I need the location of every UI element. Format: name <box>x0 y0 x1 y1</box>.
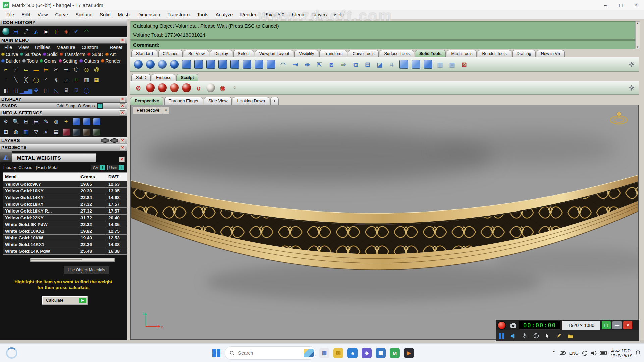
taskbar-edge-icon[interactable]: e <box>347 348 358 358</box>
taskbar-clock[interactable]: ۱۲:۳۰ ب.ظ ۱۴۰۴/۰۹/۱۷ <box>611 348 632 359</box>
menu-analyze[interactable]: Analyze <box>212 12 237 17</box>
metal-row[interactable]: Yellow Gold:10KY20.3013.0511.45 <box>3 188 128 194</box>
metal-row[interactable]: White Gold:10KX119.8212.7511.18 <box>3 228 128 235</box>
main-menu-header[interactable]: MAIN MENU✕ <box>0 37 127 44</box>
window2-icon[interactable] <box>82 117 91 126</box>
projects-close-icon[interactable]: ✕ <box>120 145 125 150</box>
polyline-icon[interactable]: ⋰ <box>11 65 20 74</box>
arc-tool-icon[interactable]: ◠ <box>82 27 91 36</box>
toolbar-tab-render-tools[interactable]: Render Tools <box>478 50 511 57</box>
sculpt-off-icon[interactable]: ⊘ <box>133 82 144 93</box>
sidebar-menu-utilities[interactable]: Utilities <box>32 45 54 50</box>
category-solid[interactable]: Solid <box>43 52 58 57</box>
viewport-tab-through-finger[interactable]: Through Finger <box>164 97 203 105</box>
menu-curve[interactable]: Curve <box>52 12 72 17</box>
metal-row[interactable]: Yellow Gold:22KY31.7220.4017.89 <box>3 215 128 221</box>
window3-icon[interactable] <box>92 117 101 126</box>
reset-button[interactable]: Reset <box>107 45 125 50</box>
toolbar-tab-visibility[interactable]: Visibility <box>294 50 318 57</box>
sphere-icon[interactable] <box>133 59 144 70</box>
category-setting[interactable]: Setting <box>59 58 78 64</box>
grid-array2-icon[interactable]: ▩ <box>447 59 458 70</box>
menu-blend[interactable]: Blend <box>288 12 308 17</box>
report-icon[interactable]: ▤ <box>52 127 61 136</box>
poly-tool-icon[interactable]: ⌐ <box>1 65 10 74</box>
layers-close-icon[interactable]: ✕ <box>120 138 125 143</box>
sculpt-spiral-icon[interactable]: ◉ <box>217 82 228 93</box>
boolean-diff-icon[interactable]: ⊟ <box>362 59 373 70</box>
close-button[interactable]: ✕ <box>629 0 644 10</box>
arc-icon[interactable]: ◜ <box>42 75 51 84</box>
rail-icon[interactable]: ▦ <box>92 75 101 84</box>
array-box-icon[interactable] <box>423 59 433 70</box>
wire-box-icon[interactable] <box>398 59 409 70</box>
sphere-uv-icon[interactable] <box>145 59 156 70</box>
menu-dimension[interactable]: Dimension <box>133 12 164 17</box>
axis-line-icon[interactable]: ⊣ <box>62 65 71 74</box>
search-highlight-thumbnail[interactable] <box>304 349 314 357</box>
toolbar-tab-standard[interactable]: Standard <box>131 50 157 57</box>
snaps-header[interactable]: SNAPS <box>1 103 17 108</box>
extrude-out-icon[interactable]: ⇨ <box>338 59 349 70</box>
layer-eye2-icon[interactable] <box>110 138 118 143</box>
cursor-tool-icon[interactable] <box>542 330 553 341</box>
taskbar-app-blue-icon[interactable]: ▣ <box>376 348 386 358</box>
render2-icon[interactable] <box>82 127 91 136</box>
menu-rhino-5-0[interactable]: Rhino 5.0 <box>260 12 288 17</box>
battery-icon[interactable] <box>600 351 607 355</box>
metal-row[interactable]: White Gold:14KX122.3614.3812.6 <box>3 241 128 248</box>
column-header-metal[interactable]: Metal <box>3 173 78 181</box>
gv-toggle[interactable]: GVI <box>91 165 105 170</box>
metal-table-hscrollbar[interactable] <box>30 258 115 262</box>
pipe-icon[interactable]: ▥ <box>82 75 91 84</box>
render3-icon[interactable] <box>92 127 101 136</box>
measure-icon[interactable]: ⊟ <box>21 117 31 126</box>
viewport-tab-side-view[interactable]: Side View <box>204 97 232 105</box>
folder-icon[interactable] <box>565 330 576 341</box>
ring-tool-icon[interactable]: ◍ <box>52 117 61 126</box>
sub-tab-subd[interactable]: SubD <box>131 74 151 81</box>
circle-icon[interactable]: ◯ <box>32 75 41 84</box>
delete-solid-icon[interactable]: ⊠ <box>459 59 470 70</box>
shell-icon[interactable]: ◪ <box>374 59 385 70</box>
taskbar-search[interactable] <box>225 346 316 360</box>
scale-tool-icon[interactable]: ◭ <box>32 27 41 36</box>
pages-icon[interactable]: ▯ <box>52 27 61 36</box>
sidebar-menu-measure[interactable]: Measure <box>53 45 78 50</box>
sculpt-ball1-icon[interactable] <box>145 82 156 93</box>
toolbar-options-gear-icon[interactable] <box>627 60 636 69</box>
category-art[interactable]: Art <box>105 52 116 57</box>
metal-row[interactable]: White Gold:14K PdW25.4816.3814.3 <box>3 248 128 255</box>
window1-icon[interactable] <box>72 117 81 126</box>
layers-header[interactable]: LAYERS ✕ <box>0 137 127 144</box>
toolbar-tab-drafting[interactable]: Drafting <box>512 50 536 57</box>
menu-view[interactable]: View <box>34 12 51 17</box>
minimize-button[interactable]: – <box>598 0 613 10</box>
category-surface[interactable]: Surface <box>20 52 41 57</box>
sculpt-pinch-icon[interactable]: ʊ <box>193 82 204 93</box>
blend-icon[interactable]: ≋ <box>72 75 81 84</box>
move4-icon[interactable]: ✥ <box>32 86 41 95</box>
pen-tool-icon[interactable] <box>553 330 565 341</box>
display-header[interactable]: DISPLAY✕ <box>0 96 127 103</box>
column-header-dwt[interactable]: DWT <box>106 173 128 181</box>
user-toggle[interactable]: UserI <box>107 165 124 170</box>
sculpt-ball2-icon[interactable] <box>157 82 168 93</box>
display-close-icon[interactable]: ✕ <box>120 97 125 102</box>
curve-icon[interactable]: ╳ <box>21 75 31 84</box>
recorder-window-button[interactable]: ▢ <box>602 321 611 329</box>
cage-edit-icon[interactable]: ⌗ <box>386 59 397 70</box>
menu-tools[interactable]: Tools <box>193 12 212 17</box>
toolbar-tab-mesh-tools[interactable]: Mesh Tools <box>447 50 477 57</box>
taskbar-explorer-icon[interactable]: ▨ <box>333 348 343 358</box>
orbit-gizmo-icon[interactable] <box>609 109 629 127</box>
maximize-button[interactable]: ▢ <box>613 0 629 10</box>
sidebar-menu-file[interactable]: File <box>1 45 15 50</box>
sub-tab-sculpt[interactable]: Sculpt <box>176 74 198 81</box>
cube2-icon[interactable] <box>266 59 276 70</box>
calculate-button[interactable]: Calculate ▶ <box>42 296 88 305</box>
sphere-pair-icon[interactable] <box>169 59 180 70</box>
sub-tab-emboss[interactable]: Emboss <box>152 74 175 81</box>
move-icon[interactable]: ⤢ <box>21 27 31 36</box>
eye-off-icon[interactable] <box>559 351 566 355</box>
